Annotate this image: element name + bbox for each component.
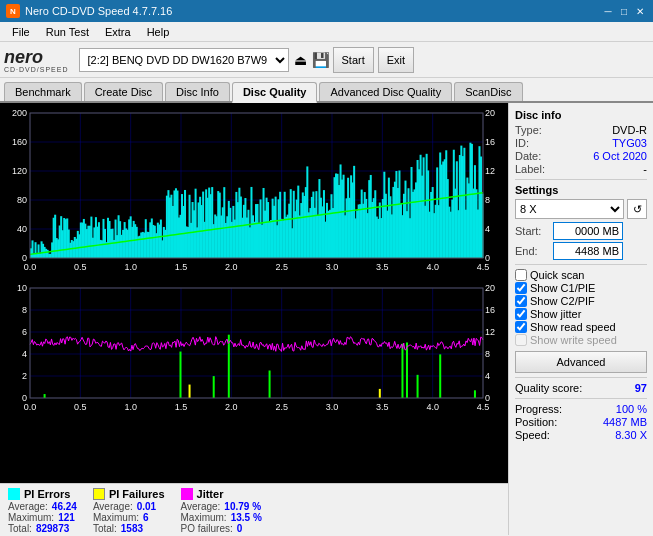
quick-scan-label: Quick scan (530, 269, 584, 281)
c2pif-row: Show C2/PIF (515, 295, 647, 307)
tab-advanced-disc-quality[interactable]: Advanced Disc Quality (319, 82, 452, 101)
save-icon[interactable]: 💾 (313, 52, 329, 68)
pi-failures-avg-value: 0.01 (137, 501, 156, 512)
jitter-max-label: Maximum: (181, 512, 227, 523)
pi-failures-avg-label: Average: (93, 501, 133, 512)
pi-errors-avg-label: Average: (8, 501, 48, 512)
exit-button[interactable]: Exit (378, 47, 414, 73)
jitter-row: Show jitter (515, 308, 647, 320)
pi-errors-total-value: 829873 (36, 523, 69, 534)
pi-errors-max-label: Maximum: (8, 512, 54, 523)
tab-disc-info[interactable]: Disc Info (165, 82, 230, 101)
start-row: Start: 0000 MB (515, 222, 647, 240)
divider-3 (515, 377, 647, 378)
position-value: 4487 MB (603, 416, 647, 428)
write-speed-label: Show write speed (530, 334, 617, 346)
divider-1 (515, 179, 647, 180)
jitter-label: Jitter (197, 488, 224, 500)
pi-errors-color (8, 488, 20, 500)
quick-scan-row: Quick scan (515, 269, 647, 281)
toolbar: nero CD·DVD/SPEED [2:2] BENQ DVD DD DW16… (0, 42, 653, 78)
date-label: Date: (515, 150, 541, 162)
pi-failures-color (93, 488, 105, 500)
tab-scan-disc[interactable]: ScanDisc (454, 82, 522, 101)
pi-failures-label: PI Failures (109, 488, 165, 500)
c1pie-row: Show C1/PIE (515, 282, 647, 294)
po-failures-label: PO failures: (181, 523, 233, 534)
pi-errors-label: PI Errors (24, 488, 70, 500)
speed-display-row: Speed: 8.30 X (515, 429, 647, 441)
tab-disc-quality[interactable]: Disc Quality (232, 82, 318, 103)
date-row: Date: 6 Oct 2020 (515, 150, 647, 162)
quality-score-row: Quality score: 97 (515, 382, 647, 394)
position-label: Position: (515, 416, 557, 428)
type-value: DVD-R (612, 124, 647, 136)
nero-logo: nero CD·DVD/SPEED (4, 47, 69, 73)
disc-info-title: Disc info (515, 109, 647, 121)
pi-errors-avg-value: 46.24 (52, 501, 77, 512)
id-label: ID: (515, 137, 529, 149)
title-bar: N Nero CD-DVD Speed 4.7.7.16 ─ □ ✕ (0, 0, 653, 22)
jitter-checkbox[interactable] (515, 308, 527, 320)
c1pie-label: Show C1/PIE (530, 282, 595, 294)
close-button[interactable]: ✕ (633, 4, 647, 18)
write-speed-checkbox[interactable] (515, 334, 527, 346)
start-input[interactable]: 0000 MB (553, 222, 623, 240)
start-button[interactable]: Start (333, 47, 374, 73)
menu-file[interactable]: File (4, 22, 38, 41)
progress-section: Progress: 100 % Position: 4487 MB Speed:… (515, 403, 647, 441)
minimize-button[interactable]: ─ (601, 4, 615, 18)
jitter-avg-label: Average: (181, 501, 221, 512)
divider-4 (515, 398, 647, 399)
eject-icon[interactable]: ⏏ (293, 52, 309, 68)
tab-benchmark[interactable]: Benchmark (4, 82, 82, 101)
refresh-icon[interactable]: ↺ (627, 199, 647, 219)
speed-display-label: Speed: (515, 429, 550, 441)
right-panel: Disc info Type: DVD-R ID: TYG03 Date: 6 … (508, 103, 653, 535)
read-speed-checkbox[interactable] (515, 321, 527, 333)
legend-area: PI Errors Average: 46.24 Maximum: 121 To… (0, 483, 508, 535)
speed-display-value: 8.30 X (615, 429, 647, 441)
read-speed-label: Show read speed (530, 321, 616, 333)
quality-score-value: 97 (635, 382, 647, 394)
divider-2 (515, 264, 647, 265)
menu-help[interactable]: Help (139, 22, 178, 41)
advanced-button[interactable]: Advanced (515, 351, 647, 373)
type-label: Type: (515, 124, 542, 136)
start-label: Start: (515, 225, 550, 237)
position-row: Position: 4487 MB (515, 416, 647, 428)
drive-select[interactable]: [2:2] BENQ DVD DD DW1620 B7W9 (79, 48, 289, 72)
speed-row: 8 X 4 X 2 X MAX ↺ (515, 199, 647, 219)
c1pie-checkbox[interactable] (515, 282, 527, 294)
end-label: End: (515, 245, 550, 257)
progress-value: 100 % (616, 403, 647, 415)
tabs-bar: Benchmark Create Disc Disc Info Disc Qua… (0, 78, 653, 103)
legend-jitter: Jitter Average: 10.79 % Maximum: 13.5 % … (181, 488, 262, 534)
date-value: 6 Oct 2020 (593, 150, 647, 162)
end-row: End: (515, 242, 647, 260)
jitter-max-value: 13.5 % (231, 512, 262, 523)
id-value: TYG03 (612, 137, 647, 149)
type-row: Type: DVD-R (515, 124, 647, 136)
progress-row: Progress: 100 % (515, 403, 647, 415)
label-value: - (643, 163, 647, 175)
pi-failures-max-value: 6 (143, 512, 149, 523)
pi-failures-total-label: Total: (93, 523, 117, 534)
maximize-button[interactable]: □ (617, 4, 631, 18)
tab-create-disc[interactable]: Create Disc (84, 82, 163, 101)
speed-select[interactable]: 8 X 4 X 2 X MAX (515, 199, 624, 219)
quick-scan-checkbox[interactable] (515, 269, 527, 281)
end-input[interactable] (553, 242, 623, 260)
c2pif-label: Show C2/PIF (530, 295, 595, 307)
po-failures-value: 0 (237, 523, 243, 534)
app-icon: N (6, 4, 20, 18)
legend-pi-errors: PI Errors Average: 46.24 Maximum: 121 To… (8, 488, 77, 534)
menu-extra[interactable]: Extra (97, 22, 139, 41)
pi-errors-max-value: 121 (58, 512, 75, 523)
jitter-avg-value: 10.79 % (224, 501, 261, 512)
main-content: PI Errors Average: 46.24 Maximum: 121 To… (0, 103, 653, 535)
jitter-color (181, 488, 193, 500)
pi-failures-total-value: 1583 (121, 523, 143, 534)
menu-run-test[interactable]: Run Test (38, 22, 97, 41)
c2pif-checkbox[interactable] (515, 295, 527, 307)
